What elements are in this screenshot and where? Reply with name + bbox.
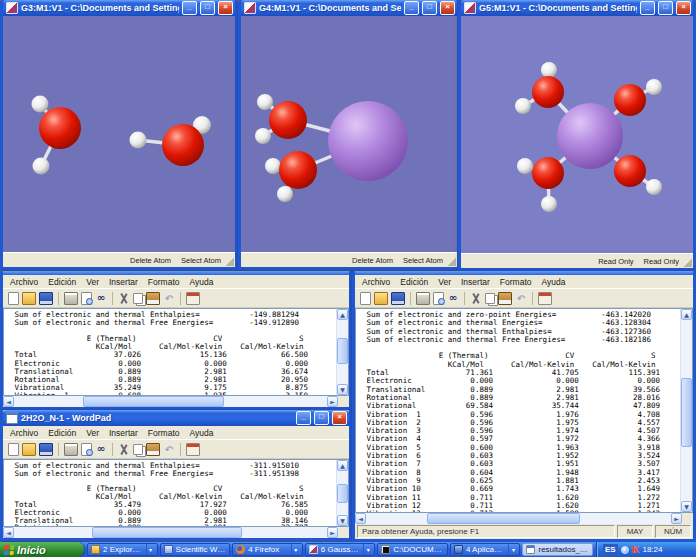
scroll-left-icon[interactable]: ◄: [3, 527, 14, 538]
start-button[interactable]: Inicio: [0, 542, 84, 557]
scroll-down-icon[interactable]: ▼: [681, 501, 692, 512]
resize-grip[interactable]: [448, 258, 456, 266]
sodium-ion[interactable]: [557, 103, 623, 169]
vertical-scrollbar[interactable]: ▲ ▼: [336, 309, 348, 395]
group-dropdown-icon[interactable]: [146, 544, 155, 555]
scroll-thumb[interactable]: [92, 527, 242, 538]
oxygen-atom[interactable]: [614, 155, 646, 187]
taskbar-button-firefox[interactable]: 4 Firefox: [232, 543, 303, 556]
print-icon[interactable]: [64, 443, 78, 456]
menu-edicion[interactable]: Edición: [395, 277, 433, 287]
taskbar-button-resultados-gaussian[interactable]: resultados_gaussia...: [522, 543, 593, 556]
group-dropdown-icon[interactable]: [291, 544, 300, 555]
menu-ver[interactable]: Ver: [81, 428, 104, 438]
scroll-track[interactable]: [337, 320, 348, 384]
copy-icon[interactable]: [133, 293, 143, 304]
scroll-up-icon[interactable]: ▲: [337, 460, 348, 471]
titlebar[interactable]: G5:M1:V1 - C:\Documents and Settings\IEP…: [461, 0, 693, 16]
menu-edicion[interactable]: Edición: [43, 428, 81, 438]
scroll-track[interactable]: [14, 527, 327, 538]
resize-grip[interactable]: [226, 258, 234, 266]
scroll-track[interactable]: [681, 320, 692, 501]
menu-ver[interactable]: Ver: [433, 277, 456, 287]
hydrogen-atom[interactable]: [541, 62, 557, 78]
menu-edicion[interactable]: Edición: [43, 277, 81, 287]
oxygen-atom[interactable]: [614, 84, 646, 116]
taskbar-button-explorer[interactable]: 2 Explorador de ...: [87, 543, 158, 556]
menu-archivo[interactable]: Archivo: [357, 277, 395, 287]
language-indicator[interactable]: ES: [603, 544, 618, 555]
oxygen-atom[interactable]: [279, 151, 317, 189]
new-document-icon[interactable]: [8, 443, 19, 456]
document-area[interactable]: Sum of electronic and thermal Enthalpies…: [3, 308, 349, 396]
print-icon[interactable]: [64, 292, 78, 305]
paste-icon[interactable]: [498, 292, 512, 305]
menu-ayuda[interactable]: Ayuda: [184, 428, 218, 438]
sodium-ion[interactable]: [328, 101, 408, 181]
open-icon[interactable]: [374, 292, 388, 305]
scroll-thumb[interactable]: [337, 484, 348, 502]
maximize-button[interactable]: □: [422, 1, 437, 15]
save-icon[interactable]: [39, 292, 53, 305]
cut-icon[interactable]: [118, 293, 130, 304]
close-button[interactable]: ×: [440, 1, 455, 15]
vertical-scrollbar[interactable]: ▲ ▼: [680, 309, 692, 512]
undo-icon[interactable]: ↶: [515, 293, 527, 304]
new-document-icon[interactable]: [8, 292, 19, 305]
close-button[interactable]: ×: [676, 1, 691, 15]
horizontal-scrollbar[interactable]: ◄ ►: [3, 527, 349, 538]
molecule-viewport[interactable]: [3, 16, 235, 252]
menu-formato[interactable]: Formato: [143, 277, 185, 287]
hydrogen-atom[interactable]: [277, 186, 293, 202]
scroll-track[interactable]: [366, 513, 671, 524]
cut-icon[interactable]: [470, 293, 482, 304]
datetime-icon[interactable]: [538, 292, 552, 305]
scroll-up-icon[interactable]: ▲: [681, 309, 692, 320]
save-icon[interactable]: [39, 443, 53, 456]
datetime-icon[interactable]: [186, 443, 200, 456]
scroll-down-icon[interactable]: ▼: [337, 515, 348, 526]
minimize-button[interactable]: _: [182, 1, 197, 15]
hydrogen-atom[interactable]: [517, 158, 533, 174]
horizontal-scrollbar[interactable]: ◄ ►: [355, 513, 693, 524]
menu-archivo[interactable]: Archivo: [5, 277, 43, 287]
minimize-button[interactable]: _: [640, 1, 655, 15]
oxygen-atom[interactable]: [269, 101, 307, 139]
document-area[interactable]: Sum of electronic and zero-point Energie…: [355, 308, 693, 513]
minimize-button[interactable]: _: [404, 1, 419, 15]
hydrogen-atom[interactable]: [257, 94, 273, 110]
resize-grip[interactable]: [684, 259, 692, 267]
cut-icon[interactable]: [118, 444, 130, 455]
menu-insertar[interactable]: Insertar: [104, 428, 143, 438]
paste-icon[interactable]: [146, 443, 160, 456]
find-icon[interactable]: ∞: [447, 293, 459, 304]
find-icon[interactable]: ∞: [95, 293, 107, 304]
scroll-thumb[interactable]: [337, 338, 348, 364]
print-icon[interactable]: [416, 292, 430, 305]
scroll-down-icon[interactable]: ▼: [337, 384, 348, 395]
antivirus-icon[interactable]: K: [632, 544, 640, 555]
hydrogen-atom[interactable]: [646, 179, 662, 195]
thermochemistry-text[interactable]: Sum of electronic and thermal Enthalpies…: [4, 460, 336, 526]
undo-icon[interactable]: ↶: [163, 444, 175, 455]
thermochemistry-text[interactable]: Sum of electronic and zero-point Energie…: [356, 309, 680, 512]
new-document-icon[interactable]: [360, 292, 371, 305]
copy-icon[interactable]: [485, 293, 495, 304]
molecule-viewport[interactable]: [241, 16, 457, 252]
molecule-viewport[interactable]: [461, 16, 693, 253]
datetime-icon[interactable]: [186, 292, 200, 305]
menu-archivo[interactable]: Archivo: [5, 428, 43, 438]
minimize-button[interactable]: _: [296, 411, 311, 425]
paste-icon[interactable]: [146, 292, 160, 305]
oxygen-atom[interactable]: [532, 76, 564, 108]
scroll-right-icon[interactable]: ►: [327, 396, 338, 407]
hydrogen-atom[interactable]: [541, 196, 557, 212]
menu-ayuda[interactable]: Ayuda: [536, 277, 570, 287]
maximize-button[interactable]: □: [200, 1, 215, 15]
open-icon[interactable]: [22, 292, 36, 305]
open-icon[interactable]: [22, 443, 36, 456]
scroll-left-icon[interactable]: ◄: [3, 396, 14, 407]
print-preview-icon[interactable]: [81, 292, 92, 305]
menu-formato[interactable]: Formato: [495, 277, 537, 287]
taskbar-button-command-prompt[interactable]: C:\DOCUMENTS AN...: [377, 543, 448, 556]
